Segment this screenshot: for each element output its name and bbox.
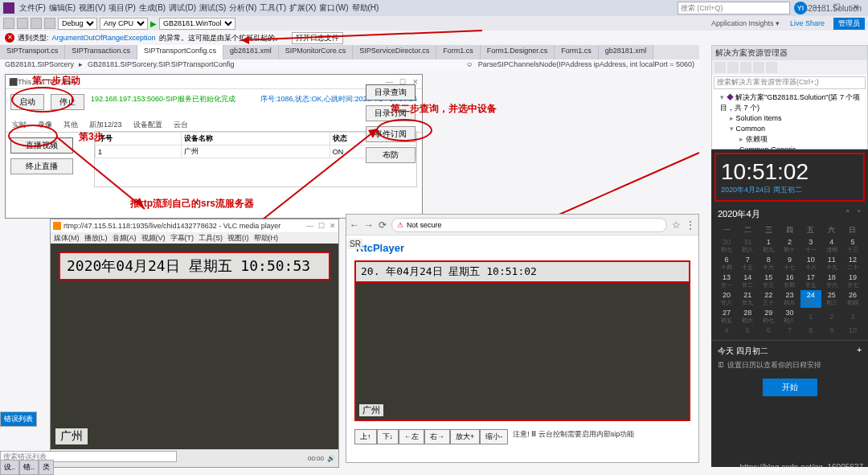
ptz-up-button[interactable]: 上↑: [354, 429, 377, 444]
close-icon[interactable]: ✕: [850, 2, 862, 14]
start-button[interactable]: 启动: [10, 94, 44, 110]
cal-down-icon[interactable]: ˅: [857, 209, 862, 219]
open-log-button[interactable]: 打开日志文件: [292, 32, 343, 44]
ptz-right-button[interactable]: 右→: [424, 429, 450, 444]
browser-fwd-icon[interactable]: →: [364, 219, 374, 231]
calendar[interactable]: 一二三四五六日 30初七31初八1初九2初十3十一4清明5十三 6十四7十五8十…: [711, 223, 868, 335]
rtc-video[interactable]: 20. 年04月24日 星期五 10:51:02 广州: [354, 260, 690, 421]
tree-common[interactable]: Common: [715, 124, 864, 134]
testtool-titlebar[interactable]: ⬛ This is a Test Tool —☐✕: [6, 75, 422, 89]
bc-method[interactable]: ParseSIPChannelsNode(IPAddress ipAddress…: [478, 60, 694, 70]
menu-view[interactable]: 视图(V): [79, 2, 105, 14]
ptz-down-button[interactable]: 下↓: [377, 429, 399, 444]
nav-back-icon[interactable]: [3, 18, 14, 29]
cal-up-icon[interactable]: ˄: [845, 209, 850, 219]
tree-root[interactable]: ◆ 解决方案"GB28181.Solution"(第 7 个项目，共 7 个): [715, 92, 864, 113]
browser-reload-icon[interactable]: ⟳: [379, 219, 387, 231]
tab-form1[interactable]: Form1.cs: [436, 45, 481, 59]
tree-deps[interactable]: 依赖项: [715, 134, 864, 145]
event-sub-button[interactable]: 事件订阅: [366, 126, 416, 142]
vlc-video[interactable]: 2020年04月24日 星期五 10:50:53 广州: [51, 244, 338, 449]
agenda-add-icon[interactable]: +: [857, 346, 862, 357]
live-video-button[interactable]: 直播视频: [10, 137, 73, 154]
stop-live-button[interactable]: 终止直播: [10, 158, 73, 174]
search-input[interactable]: 搜索 (Ctrl+Q): [678, 2, 790, 14]
maximize-icon[interactable]: ☐: [831, 2, 842, 14]
tab-form1b[interactable]: Form1.cs: [555, 45, 599, 59]
menu-analyze[interactable]: 分析(N): [229, 2, 256, 14]
nav-fwd-icon[interactable]: [17, 18, 28, 29]
avatar[interactable]: YI: [794, 2, 807, 14]
solex-sync-icon[interactable]: [740, 62, 751, 73]
vlc-min-icon[interactable]: —: [306, 222, 313, 230]
browser-star-icon[interactable]: ☆: [672, 219, 681, 231]
solex-home-icon[interactable]: [714, 62, 726, 73]
tab-form1designer[interactable]: Form1.Designer.cs: [481, 45, 555, 59]
minimize-icon[interactable]: —: [812, 2, 823, 14]
startup-select[interactable]: GB28181.WinTool: [159, 18, 235, 30]
vlc-max-icon[interactable]: ☐: [318, 222, 325, 230]
calendar-today[interactable]: 24初二: [800, 290, 821, 308]
menu-test[interactable]: 测试(S): [199, 2, 226, 14]
menu-tools[interactable]: 工具(T): [260, 2, 286, 14]
catalog-sub-button[interactable]: 目录订阅: [366, 105, 416, 121]
stop-button[interactable]: 停止: [51, 94, 84, 110]
tab-devconfig[interactable]: 设备配置: [132, 118, 164, 132]
menu-project[interactable]: 项目(P): [108, 2, 135, 14]
tab-record[interactable]: 录像: [36, 118, 54, 132]
bc-proj[interactable]: GB28181.SIPSorcery: [5, 60, 74, 70]
solex-props-icon[interactable]: [766, 62, 777, 73]
vlc-menu-help[interactable]: 帮助(H): [254, 233, 279, 244]
menu-build[interactable]: 生成(B): [139, 2, 166, 14]
ptz-zoomin-button[interactable]: 放大+: [450, 429, 480, 444]
agenda-start-button[interactable]: 开始: [763, 379, 817, 396]
solex-refresh-icon[interactable]: [727, 62, 739, 73]
solex-showall-icon[interactable]: [753, 62, 764, 73]
vlc-menu-media[interactable]: 媒体(M): [54, 233, 80, 244]
save-icon[interactable]: [31, 18, 42, 29]
menu-window[interactable]: 窗口(W): [319, 2, 348, 14]
tab-sipmonitorcore[interactable]: SIPMonitorCore.cs: [279, 45, 354, 59]
catalog-query-button[interactable]: 目录查询: [366, 84, 416, 100]
tab-set[interactable]: 设..: [0, 460, 19, 475]
live-share-button[interactable]: Live Share: [790, 19, 825, 27]
vlc-menu-sub[interactable]: 字幕(T): [170, 233, 194, 244]
tab-gb28181xmlb[interactable]: gb28181.xml: [599, 45, 654, 59]
vlc-menu-play[interactable]: 播放(L): [84, 233, 108, 244]
vlc-menu-audio[interactable]: 音频(A): [113, 233, 137, 244]
bc-ns[interactable]: GB28181.SIPSorcery.SIP.SIPTransportConfi…: [88, 60, 234, 70]
tree-solution-items[interactable]: Solution Items: [715, 113, 864, 124]
tab-siptransaction[interactable]: SIPTransaction.cs: [65, 45, 137, 59]
config-select[interactable]: Debug: [58, 18, 97, 30]
browser-back-icon[interactable]: ←: [350, 219, 359, 231]
vlc-titlebar[interactable]: rtmp://47.115.51.118:1935/live/chid14327…: [51, 219, 338, 232]
menu-file[interactable]: 文件(F): [19, 2, 46, 14]
tab-siptransportconfig[interactable]: SIPTransportConfig.cs: [137, 45, 223, 59]
menu-ext[interactable]: 扩展(X): [289, 2, 316, 14]
address-bar[interactable]: ⚠ Not secure: [391, 218, 667, 232]
vlc-close-icon[interactable]: ✕: [330, 222, 336, 230]
tab-err[interactable]: 错..: [19, 460, 39, 475]
start-debug-icon[interactable]: ▶: [150, 19, 157, 28]
app-insights[interactable]: Application Insights ▾: [711, 19, 780, 27]
tab-siptransport[interactable]: SIPTransport.cs: [0, 45, 65, 59]
menu-help[interactable]: 帮助(H): [352, 2, 379, 14]
menu-edit[interactable]: 编辑(E): [49, 2, 76, 14]
vlc-menu-video[interactable]: 视频(V): [141, 233, 166, 244]
tab-other[interactable]: 其他: [62, 118, 80, 132]
tab-realtime[interactable]: 实时: [10, 118, 28, 132]
vlc-menu-view[interactable]: 视图(I): [227, 233, 249, 244]
ptz-zoomout-button[interactable]: 缩小-: [480, 429, 508, 444]
error-list-tab[interactable]: 错误列表: [0, 412, 37, 427]
solex-search-input[interactable]: 搜索解决方案资源管理器(Ctrl+;): [714, 76, 866, 89]
calendar-month[interactable]: 2020年4月: [718, 208, 760, 220]
vlc-menu-tools[interactable]: 工具(S): [199, 233, 223, 244]
menu-debug[interactable]: 调试(D): [169, 2, 196, 14]
tab-new1223[interactable]: 新加12/23: [88, 118, 124, 132]
tab-class[interactable]: 类: [39, 460, 54, 475]
tab-sipservicedirector[interactable]: SIPServiceDirector.cs: [353, 45, 436, 59]
tab-ptz[interactable]: 云台: [172, 118, 190, 132]
platform-select[interactable]: Any CPU: [100, 18, 148, 30]
browser-menu-icon[interactable]: ⋮: [686, 219, 695, 231]
deploy-button[interactable]: 布防: [366, 147, 416, 163]
